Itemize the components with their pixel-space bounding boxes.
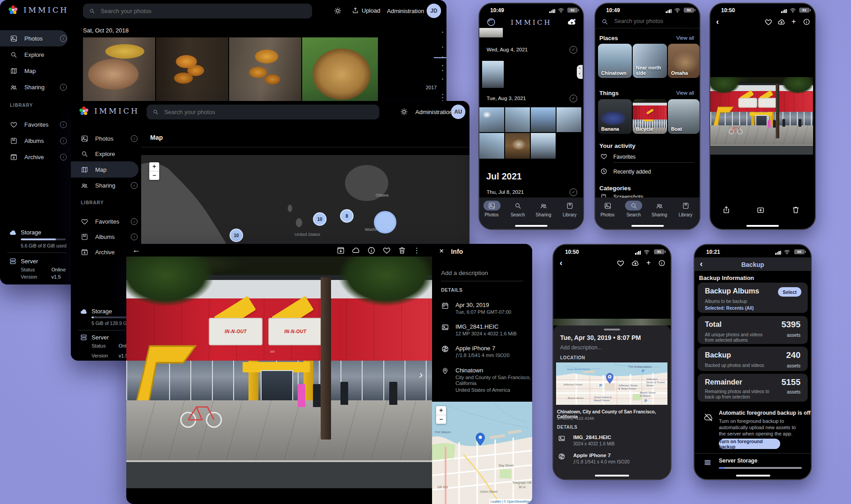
photo-in-n-out[interactable]: IN-N-OUT IN-N-OUT 333 › [126, 257, 432, 488]
location-mini-map[interactable]: + − Fort Mason US 101 Bay Street Union S… [432, 402, 532, 504]
info-icon[interactable] [367, 246, 376, 255]
info-icon[interactable]: i [131, 218, 138, 225]
location-map[interactable]: PPP The Embarcadero Hyde Street Harbor J… [556, 362, 667, 405]
back-chevron-icon[interactable]: ‹ [560, 258, 562, 268]
administration-link[interactable]: Administration [415, 109, 452, 115]
select-group-check-icon[interactable]: ✓ [570, 188, 577, 196]
immich-logo[interactable]: IMMICH [7, 4, 69, 16]
nav-item-search[interactable]: Search [621, 202, 646, 217]
upload-cloud-icon[interactable] [567, 17, 577, 27]
upload-cloud-icon[interactable] [777, 18, 786, 26]
info-icon[interactable]: i [60, 154, 67, 160]
map-cluster-marker[interactable]: 10 [313, 212, 327, 226]
recently-added-row[interactable]: Recently added [613, 169, 651, 175]
back-chevron-icon[interactable]: ‹ [716, 17, 719, 27]
search-input[interactable] [613, 18, 683, 25]
home-indicator[interactable] [736, 475, 770, 477]
archive-icon[interactable] [336, 246, 345, 255]
turn-on-foreground-backup-button[interactable]: Turn on foreground backup [719, 439, 780, 449]
next-photo-arrow[interactable]: › [419, 368, 423, 382]
nav-item-library[interactable]: Library [557, 202, 582, 217]
thing-card[interactable]: Boat [668, 99, 699, 134]
map-photo-marker[interactable] [374, 211, 396, 234]
photo-thumbnail[interactable] [505, 133, 530, 159]
info-icon[interactable]: i [131, 182, 138, 189]
home-indicator[interactable] [746, 225, 779, 227]
trash-icon[interactable] [398, 246, 406, 255]
zoom-out-button[interactable]: − [436, 415, 446, 424]
map-zoom-control[interactable]: + − [149, 162, 159, 180]
info-icon[interactable]: i [60, 84, 67, 91]
sidebar-item-sharing[interactable]: Sharing i [71, 177, 138, 193]
nav-item-sharing[interactable]: Sharing [531, 202, 556, 217]
info-icon[interactable]: i [131, 135, 138, 142]
sidebar-item-map[interactable]: Map [71, 161, 138, 178]
thing-card[interactable]: Bicycle [633, 99, 667, 134]
select-button[interactable]: Select [778, 287, 801, 297]
info-icon[interactable]: i [60, 121, 67, 128]
nav-item-library[interactable]: Library [673, 202, 698, 217]
map-zoom-control[interactable]: + − [436, 406, 446, 424]
select-group-check-icon[interactable]: ✓ [570, 95, 577, 102]
trash-icon[interactable] [791, 206, 800, 214]
photo-thumbnail[interactable] [156, 37, 228, 101]
info-icon[interactable]: i [60, 35, 67, 42]
view-all-link[interactable]: View all [676, 90, 694, 96]
more-options-icon[interactable]: ⋮ [413, 246, 420, 255]
heart-icon[interactable] [616, 259, 625, 267]
administration-link[interactable]: Administration [387, 8, 424, 14]
share-icon[interactable] [722, 206, 731, 214]
search-bar[interactable] [83, 4, 312, 18]
photo-thumbnail[interactable] [531, 107, 556, 132]
archive-add-icon[interactable] [756, 206, 765, 214]
cloud-icon[interactable] [352, 246, 360, 255]
photo-thumbnail[interactable] [505, 107, 530, 132]
sidebar-item-photos[interactable]: Photos i [71, 130, 138, 147]
nav-item-photos[interactable]: Photos [479, 202, 504, 217]
thing-card[interactable]: Banana [598, 99, 632, 134]
photo-thumbnail[interactable] [479, 107, 504, 132]
sidebar-item-map[interactable]: Map [0, 63, 68, 79]
sidebar-item-explore[interactable]: Explore [0, 46, 68, 63]
nav-item-photos[interactable]: Photos [595, 202, 620, 217]
timeline-scrubber-handle[interactable]: ▲▼ [577, 65, 583, 79]
sidebar-item-albums[interactable]: Albums i [0, 133, 68, 149]
upload-cloud-icon[interactable] [631, 259, 639, 267]
description-placeholder[interactable]: Add a description [441, 270, 488, 276]
search-bar[interactable] [147, 105, 379, 119]
search-input[interactable] [100, 7, 306, 15]
view-all-link[interactable]: View all [676, 35, 694, 41]
home-indicator[interactable] [595, 475, 629, 477]
map-cluster-marker[interactable]: 8 [340, 209, 354, 223]
photo-edge-sliver[interactable] [553, 319, 671, 325]
sidebar-item-sharing[interactable]: Sharing i [0, 79, 68, 95]
sidebar-item-photos[interactable]: Photos i [0, 30, 68, 46]
avatar[interactable]: AU [451, 105, 465, 119]
add-icon[interactable]: + [646, 258, 651, 267]
place-card[interactable]: Near north side [633, 44, 667, 78]
close-icon[interactable]: × [439, 247, 444, 256]
nav-item-search[interactable]: Search [506, 202, 530, 217]
heart-icon[interactable] [382, 246, 391, 255]
heart-icon[interactable] [764, 18, 773, 26]
location-name[interactable]: Chinatown [455, 367, 483, 374]
photo-in-n-out[interactable] [710, 77, 813, 155]
place-card[interactable]: Chinatown [598, 44, 632, 78]
search-input[interactable] [163, 108, 373, 116]
place-card[interactable]: Omaha [668, 44, 699, 78]
back-arrow-icon[interactable]: ← [131, 245, 142, 256]
info-icon[interactable]: i [60, 137, 67, 144]
nav-item-sharing[interactable]: Sharing [647, 202, 672, 217]
theme-toggle-sun-icon[interactable] [334, 7, 342, 15]
photo-thumbnail[interactable] [557, 107, 581, 132]
info-icon[interactable] [658, 259, 666, 267]
sidebar-item-favorites[interactable]: Favorites i [0, 116, 68, 133]
photo-thumbnail[interactable] [531, 133, 556, 159]
photo-thumbnail[interactable] [479, 28, 503, 37]
photo-thumbnail[interactable] [83, 37, 155, 101]
home-indicator[interactable] [515, 225, 547, 227]
favorites-row[interactable]: Favorites [613, 154, 635, 160]
map-cluster-marker[interactable]: 10 [230, 229, 243, 242]
zoom-in-button[interactable]: + [149, 162, 159, 171]
zoom-in-button[interactable]: + [436, 406, 446, 415]
